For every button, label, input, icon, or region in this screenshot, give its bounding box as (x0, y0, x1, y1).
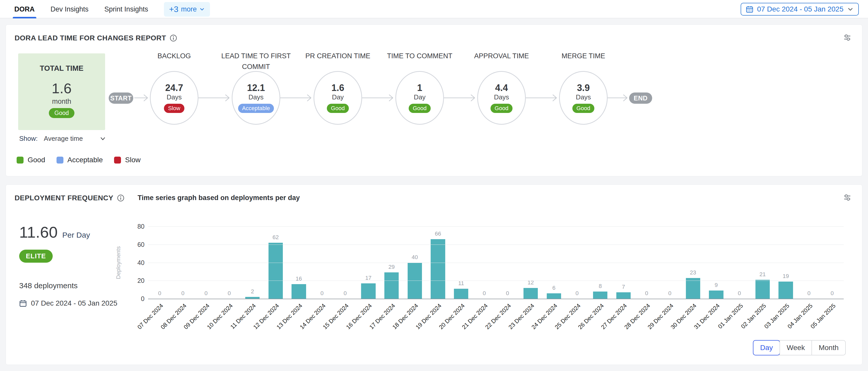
x-axis-label: 03 Jan 2025 (763, 302, 791, 330)
lead-time-panel: DORA LEAD TIME FOR CHANGES REPORT TOTAL … (6, 25, 862, 176)
bar-value-label: 62 (272, 234, 279, 241)
info-icon[interactable] (117, 194, 125, 202)
bar-value-label: 0 (158, 290, 161, 297)
bar-value-label: 17 (365, 275, 371, 281)
show-dropdown[interactable]: Average time (44, 135, 99, 142)
bar-value-label: 12 (528, 279, 534, 286)
bar-value-label: 0 (831, 290, 834, 297)
flow-step-unit: Days (166, 93, 182, 101)
bar-27-dec-2024 (616, 292, 631, 299)
gridline-20 (148, 280, 844, 281)
flow-step-value: 3.9 (577, 83, 590, 93)
flow-step-lead-time-to-first-commit: 12.1DaysAcceptable (232, 71, 280, 125)
chart-subtitle: Time series graph based on deployments p… (137, 194, 300, 202)
tab-dev-insights[interactable]: Dev Insights (51, 0, 89, 19)
bar-value-label: 0 (506, 290, 509, 297)
more-label: more (181, 5, 197, 13)
lead-time-panel-title: DORA LEAD TIME FOR CHANGES REPORT (14, 34, 166, 42)
bar-value-label: 11 (458, 280, 464, 287)
bar-16-dec-2024 (361, 283, 375, 299)
bar-31-dec-2024 (709, 291, 723, 299)
bar-24-dec-2024 (547, 293, 561, 299)
flow-step-value: 4.4 (495, 83, 508, 93)
bar-value-label: 0 (227, 290, 231, 297)
bar-20-dec-2024 (454, 289, 468, 299)
flow-step-label-time-to-comment: TIME TO COMMENT (380, 51, 459, 62)
bar-value-label: 8 (599, 283, 602, 290)
gridline-40 (148, 263, 844, 263)
date-range-picker[interactable]: 07 Dec 2024 - 05 Jan 2025 (741, 3, 859, 15)
bar-19-dec-2024 (431, 239, 445, 299)
sliders-icon[interactable] (842, 32, 852, 44)
granularity-week[interactable]: Week (779, 341, 811, 355)
bar-value-label: 66 (435, 231, 441, 237)
flow-step-status-badge: Slow (164, 104, 184, 113)
bar-value-label: 40 (411, 254, 417, 261)
info-icon[interactable] (169, 34, 177, 42)
legend-swatch-good (17, 157, 24, 164)
flow-step-status-badge: Good (572, 104, 594, 113)
total-time-card: TOTAL TIME 1.6 month Good (18, 54, 105, 130)
tab-dora[interactable]: DORA (14, 0, 35, 19)
bar-value-label: 2 (251, 288, 254, 295)
legend-item-acceptable: Acceptable (57, 156, 103, 164)
bar-value-label: 0 (668, 290, 671, 297)
date-range-value: 07 Dec 2024 - 05 Jan 2025 (757, 5, 843, 13)
flow-step-value: 12.1 (247, 83, 265, 93)
flow-step-label-pr-creation-time: PR CREATION TIME (298, 51, 377, 62)
chevron-down-icon (199, 6, 205, 12)
more-tabs-button[interactable]: +3more (164, 2, 210, 16)
total-time-label: TOTAL TIME (40, 64, 84, 73)
y-tick-60: 60 (133, 241, 145, 248)
bar-value-label: 19 (782, 273, 789, 279)
flow-step-status-badge: Good (409, 104, 431, 113)
calendar-icon (19, 299, 27, 307)
flow-step-approval-time: 4.4DaysGood (477, 71, 526, 125)
chevron-down-icon[interactable] (99, 135, 106, 142)
sliders-icon[interactable] (842, 192, 852, 204)
legend-swatch-slow (114, 157, 121, 164)
flow-step-label-approval-time: APPROVAL TIME (462, 51, 541, 62)
bar-value-label: 7 (622, 283, 625, 290)
flow-arrow (362, 93, 395, 102)
flow-step-label-merge-time: MERGE TIME (544, 51, 623, 62)
total-time-value: 1.6 (52, 81, 72, 96)
bar-value-label: 29 (389, 264, 395, 270)
bar-value-label: 9 (715, 282, 718, 289)
gridline-60 (148, 244, 844, 245)
granularity-day[interactable]: Day (753, 340, 780, 356)
bar-value-label: 0 (483, 290, 486, 297)
total-time-unit: month (52, 98, 71, 105)
flow-step-pr-creation-time: 1.6DayGood (314, 71, 362, 125)
calendar-icon (746, 5, 753, 13)
flow-arrow (280, 93, 314, 102)
flow-step-value: 1.6 (332, 83, 344, 93)
deployment-panel-title: DEPLOYMENT FREQUENCY (14, 194, 113, 202)
flow-step-status-badge: Good (327, 104, 349, 113)
flow-start-pill: START (109, 93, 133, 104)
bar-value-label: 0 (320, 290, 323, 297)
granularity-month[interactable]: Month (811, 341, 845, 355)
bar-12-dec-2024 (269, 243, 283, 299)
legend-item-slow: Slow (114, 156, 141, 164)
flow-arrow (444, 93, 477, 102)
bar-23-dec-2024 (524, 288, 538, 299)
flow-end-pill: END (629, 93, 652, 104)
tab-sprint-insights[interactable]: Sprint Insights (104, 0, 148, 19)
deployments-date-range: 07 Dec 2024 - 05 Jan 2025 (19, 299, 117, 307)
bar-26-dec-2024 (593, 292, 608, 299)
flow-step-merge-time: 3.9DaysGood (559, 71, 608, 125)
flow-step-unit: Day (414, 93, 426, 101)
bar-03-jan-2025 (778, 281, 793, 299)
flow-step-label-lead-time-to-first-commit: LEAD TIME TO FIRST COMMIT (216, 51, 296, 72)
flow-step-value: 24.7 (165, 83, 183, 93)
bar-value-label: 0 (344, 290, 347, 297)
flow-arrow (526, 93, 559, 102)
bar-value-label: 0 (645, 290, 648, 297)
bar-value-label: 16 (296, 275, 302, 282)
bar-value-label: 0 (576, 290, 579, 297)
status-legend: GoodAcceptableSlow (17, 156, 141, 164)
flow-step-label-backlog: BACKLOG (134, 51, 214, 62)
bar-17-dec-2024 (384, 272, 399, 299)
nav-tabs: DORADev InsightsSprint Insights+3more (14, 0, 210, 19)
